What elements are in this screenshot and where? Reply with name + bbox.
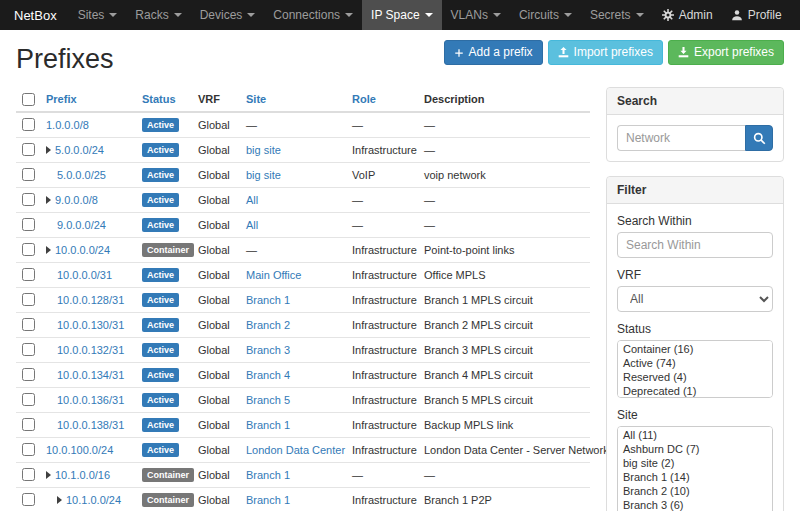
row-checkbox[interactable]	[22, 168, 35, 181]
site-link[interactable]: London Data Center	[246, 444, 345, 456]
description-value: voip network	[424, 169, 486, 181]
prefix-link[interactable]: 10.0.0.0/24	[55, 244, 110, 256]
prefix-link[interactable]: 10.0.0.130/31	[57, 319, 124, 331]
site-link[interactable]: All	[246, 219, 258, 231]
expand-arrow-icon	[46, 471, 51, 479]
prefix-link[interactable]: 10.0.0.0/31	[57, 269, 112, 281]
search-input[interactable]	[617, 125, 745, 151]
site-link[interactable]: Branch 1	[246, 469, 290, 481]
description-value: —	[424, 194, 435, 206]
search-button[interactable]	[745, 125, 773, 151]
prefix-link[interactable]: 5.0.0.0/25	[57, 169, 106, 181]
col-header-vrf[interactable]: VRF	[192, 87, 240, 112]
prefix-link[interactable]: 10.0.0.128/31	[57, 294, 124, 306]
site-link[interactable]: Branch 5	[246, 394, 290, 406]
prefix-link[interactable]: 1.0.0.0/8	[46, 119, 89, 131]
row-checkbox[interactable]	[22, 393, 35, 406]
prefix-link[interactable]: 10.1.0.0/24	[66, 494, 121, 506]
prefix-link[interactable]: 10.0.100.0/24	[46, 444, 113, 456]
col-header-role[interactable]: Role	[346, 87, 418, 112]
site-link[interactable]: big site	[246, 169, 281, 181]
nav-menu-item[interactable]: Sites	[69, 0, 127, 30]
prefix-link[interactable]: 10.1.0.0/16	[55, 469, 110, 481]
description-value: Branch 1 MPLS circuit	[424, 294, 533, 306]
nav-menu-item[interactable]: Devices	[191, 0, 265, 30]
vrf-value: Global	[198, 319, 230, 331]
logout-link[interactable]: Log out	[791, 0, 800, 30]
description-value: Backup MPLS link	[424, 419, 513, 431]
table-row: 10.0.100.0/24 Active Global London Data …	[16, 437, 590, 462]
navbar-brand[interactable]: NetBox	[14, 0, 69, 30]
role-value: —	[352, 119, 363, 131]
chevron-down-icon	[247, 13, 255, 17]
description-value: Point-to-point links	[424, 244, 515, 256]
profile-link[interactable]: Profile	[722, 0, 791, 30]
search-within-input[interactable]	[617, 232, 773, 258]
vrf-filter-select[interactable]: All	[617, 286, 773, 312]
nav-menu-item[interactable]: Racks	[126, 0, 190, 30]
row-checkbox[interactable]	[22, 293, 35, 306]
row-checkbox[interactable]	[22, 493, 35, 506]
row-checkbox[interactable]	[22, 243, 35, 256]
site-link[interactable]: Branch 2	[246, 319, 290, 331]
row-checkbox[interactable]	[22, 468, 35, 481]
nav-menu-item[interactable]: Connections	[264, 0, 362, 30]
site-link[interactable]: Branch 3	[246, 344, 290, 356]
site-link[interactable]: Branch 1	[246, 419, 290, 431]
vrf-value: Global	[198, 244, 230, 256]
site-link[interactable]: Branch 1	[246, 494, 290, 506]
prefix-link[interactable]: 9.0.0.0/24	[57, 219, 106, 231]
table-header-row: Prefix Status VRF Site Role Description	[16, 87, 590, 112]
vrf-value: Global	[198, 344, 230, 356]
export-prefixes-button[interactable]: Export prefixes	[668, 40, 784, 65]
nav-menu-label: Secrets	[590, 8, 631, 22]
select-all-checkbox[interactable]	[22, 93, 35, 106]
status-badge: Active	[142, 393, 179, 407]
filter-panel: Filter Search Within VRF All Status Cont…	[606, 176, 784, 511]
site-link[interactable]: Branch 1	[246, 294, 290, 306]
status-filter-field: Status Container (16)Active (74)Reserved…	[617, 322, 773, 398]
gear-icon	[662, 9, 674, 21]
nav-menu-item[interactable]: Circuits	[510, 0, 581, 30]
status-badge: Active	[142, 368, 179, 382]
row-checkbox[interactable]	[22, 343, 35, 356]
row-checkbox[interactable]	[22, 418, 35, 431]
prefix-link[interactable]: 10.0.0.138/31	[57, 419, 124, 431]
row-checkbox[interactable]	[22, 443, 35, 456]
import-prefixes-button[interactable]: Import prefixes	[548, 40, 663, 65]
site-link[interactable]: big site	[246, 144, 281, 156]
site-link[interactable]: All	[246, 194, 258, 206]
site-link[interactable]: —	[246, 119, 257, 131]
description-value: London Data Center - Server Network	[424, 444, 609, 456]
prefix-link[interactable]: 10.0.0.132/31	[57, 344, 124, 356]
status-filter-select[interactable]: Container (16)Active (74)Reserved (4)Dep…	[617, 340, 773, 398]
nav-menu-label: Circuits	[519, 8, 559, 22]
col-header-site[interactable]: Site	[240, 87, 346, 112]
prefix-link[interactable]: 5.0.0.0/24	[55, 144, 104, 156]
row-checkbox[interactable]	[22, 368, 35, 381]
prefix-link[interactable]: 9.0.0.0/8	[55, 194, 98, 206]
nav-menu-label: Devices	[200, 8, 243, 22]
prefix-link[interactable]: 10.0.0.134/31	[57, 369, 124, 381]
row-checkbox[interactable]	[22, 318, 35, 331]
site-link[interactable]: Branch 4	[246, 369, 290, 381]
vrf-value: Global	[198, 169, 230, 181]
nav-menu-item[interactable]: VLANs	[442, 0, 510, 30]
col-header-status[interactable]: Status	[136, 87, 192, 112]
col-header-prefix[interactable]: Prefix	[40, 87, 136, 112]
site-link[interactable]: —	[246, 244, 257, 256]
navbar: NetBox Sites Racks Devices Connections	[0, 0, 800, 30]
prefix-link[interactable]: 10.0.0.136/31	[57, 394, 124, 406]
row-checkbox[interactable]	[22, 118, 35, 131]
nav-menu-item[interactable]: IP Space	[362, 0, 441, 30]
site-link[interactable]: Main Office	[246, 269, 301, 281]
row-checkbox[interactable]	[22, 143, 35, 156]
row-checkbox[interactable]	[22, 218, 35, 231]
row-checkbox[interactable]	[22, 193, 35, 206]
add-prefix-button[interactable]: Add a prefix	[444, 40, 543, 65]
admin-link[interactable]: Admin	[653, 0, 722, 30]
nav-menu-item[interactable]: Secrets	[581, 0, 653, 30]
col-header-description: Description	[418, 87, 590, 112]
row-checkbox[interactable]	[22, 268, 35, 281]
site-filter-select[interactable]: All (11)Ashburn DC (7)big site (2)Branch…	[617, 426, 773, 511]
